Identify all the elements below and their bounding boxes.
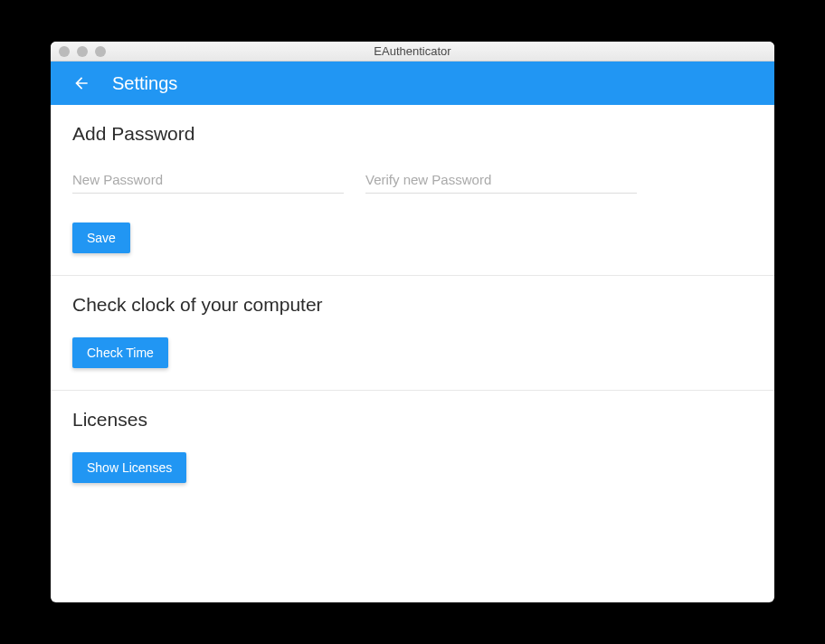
check-clock-title: Check clock of your computer: [72, 294, 753, 316]
add-password-title: Add Password: [72, 123, 753, 145]
minimize-window-button[interactable]: [77, 46, 88, 57]
check-time-button[interactable]: Check Time: [72, 337, 168, 368]
add-password-section: Add Password Save: [51, 105, 774, 276]
app-window: EAuthenticator Settings Add Password Sav…: [51, 42, 774, 602]
titlebar: EAuthenticator: [51, 42, 774, 62]
window-title: EAuthenticator: [51, 44, 774, 58]
verify-password-input[interactable]: [365, 166, 637, 194]
traffic-lights: [51, 46, 106, 57]
page-title: Settings: [112, 73, 177, 94]
check-clock-section: Check clock of your computer Check Time: [51, 276, 774, 391]
app-header: Settings: [51, 62, 774, 105]
show-licenses-button[interactable]: Show Licenses: [72, 452, 186, 483]
content-area: Add Password Save Check clock of your co…: [51, 105, 774, 602]
arrow-left-icon: [72, 74, 90, 92]
close-window-button[interactable]: [59, 46, 70, 57]
back-button[interactable]: [65, 67, 98, 99]
new-password-input[interactable]: [72, 166, 344, 194]
maximize-window-button[interactable]: [95, 46, 106, 57]
password-input-row: [72, 166, 753, 194]
save-button[interactable]: Save: [72, 223, 130, 253]
licenses-section: Licenses Show Licenses: [51, 391, 774, 505]
licenses-title: Licenses: [72, 409, 753, 431]
